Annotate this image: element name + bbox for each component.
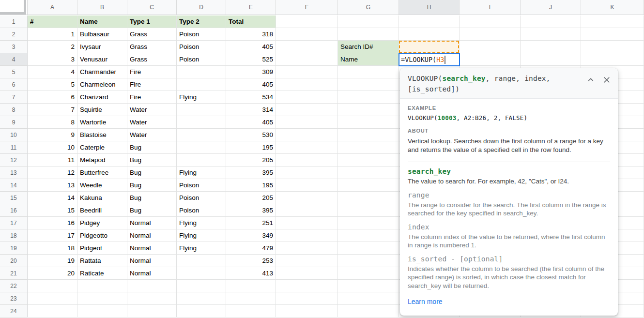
cell-C4[interactable]: Grass bbox=[127, 53, 177, 66]
cell-D13[interactable]: Flying bbox=[177, 167, 226, 179]
cell-B7[interactable]: Charizard bbox=[77, 91, 127, 104]
row-header-13[interactable]: 13 bbox=[0, 167, 28, 179]
row-header-19[interactable]: 19 bbox=[0, 242, 28, 255]
row-header-14[interactable]: 14 bbox=[0, 179, 28, 192]
row-header-10[interactable]: 10 bbox=[0, 129, 28, 141]
cell-F7[interactable] bbox=[276, 91, 338, 104]
cell-I4[interactable] bbox=[460, 53, 521, 66]
row-header-3[interactable]: 3 bbox=[0, 41, 28, 53]
cell-D15[interactable]: Poison bbox=[177, 192, 226, 204]
cell-K1[interactable] bbox=[581, 15, 644, 28]
cell-B8[interactable]: Squirtle bbox=[77, 104, 127, 116]
cell-F10[interactable] bbox=[276, 129, 338, 141]
cell-A8[interactable]: 7 bbox=[28, 104, 77, 116]
cell-A3[interactable]: 2 bbox=[28, 41, 77, 53]
cell-C22[interactable] bbox=[127, 280, 177, 292]
cell-A16[interactable]: 15 bbox=[28, 204, 77, 217]
cell-F13[interactable] bbox=[276, 167, 338, 179]
cell-B3[interactable]: Ivysaur bbox=[77, 41, 127, 53]
cell-G9[interactable] bbox=[338, 116, 399, 129]
cell-B12[interactable]: Metapod bbox=[77, 154, 127, 167]
cell-D8[interactable] bbox=[177, 104, 226, 116]
cell-C12[interactable]: Bug bbox=[127, 154, 177, 167]
cell-G16[interactable] bbox=[338, 204, 399, 217]
cell-F12[interactable] bbox=[276, 154, 338, 167]
cell-B11[interactable]: Caterpie bbox=[77, 141, 127, 154]
cell-G3[interactable]: Search ID# bbox=[338, 41, 399, 53]
cell-E6[interactable]: 405 bbox=[226, 78, 276, 91]
cell-E4[interactable]: 525 bbox=[226, 53, 276, 66]
cell-A2[interactable]: 1 bbox=[28, 28, 77, 41]
cell-C19[interactable]: Normal bbox=[127, 242, 177, 255]
cell-A17[interactable]: 16 bbox=[28, 217, 77, 229]
column-header-F[interactable]: F bbox=[276, 0, 338, 15]
cell-A9[interactable]: 8 bbox=[28, 116, 77, 129]
row-header-6[interactable]: 6 bbox=[0, 78, 28, 91]
cell-G19[interactable] bbox=[338, 242, 399, 255]
cell-G21[interactable] bbox=[338, 267, 399, 280]
cell-D22[interactable] bbox=[177, 280, 226, 292]
cell-B14[interactable]: Weedle bbox=[77, 179, 127, 192]
cell-E19[interactable]: 479 bbox=[226, 242, 276, 255]
cell-G18[interactable] bbox=[338, 229, 399, 242]
close-icon[interactable] bbox=[602, 76, 611, 84]
cell-G24[interactable] bbox=[338, 305, 399, 318]
cell-C20[interactable]: Normal bbox=[127, 255, 177, 267]
row-header-15[interactable]: 15 bbox=[0, 192, 28, 204]
cell-E22[interactable] bbox=[226, 280, 276, 292]
cell-B1[interactable]: Name bbox=[77, 15, 127, 28]
cell-C3[interactable]: Grass bbox=[127, 41, 177, 53]
cell-B21[interactable]: Raticate bbox=[77, 267, 127, 280]
column-header-K[interactable]: K bbox=[581, 0, 644, 15]
cell-D5[interactable] bbox=[177, 66, 226, 78]
cell-D16[interactable]: Poison bbox=[177, 204, 226, 217]
column-header-G[interactable]: G bbox=[338, 0, 399, 15]
cell-D7[interactable]: Flying bbox=[177, 91, 226, 104]
cell-K2[interactable] bbox=[581, 28, 644, 41]
cell-H2[interactable] bbox=[399, 28, 460, 41]
cell-F15[interactable] bbox=[276, 192, 338, 204]
cell-A24[interactable] bbox=[28, 305, 77, 318]
row-header-11[interactable]: 11 bbox=[0, 141, 28, 154]
cell-E16[interactable]: 395 bbox=[226, 204, 276, 217]
cell-D11[interactable] bbox=[177, 141, 226, 154]
cell-G22[interactable] bbox=[338, 280, 399, 292]
cell-F9[interactable] bbox=[276, 116, 338, 129]
cell-B10[interactable]: Blastoise bbox=[77, 129, 127, 141]
cell-E2[interactable]: 318 bbox=[226, 28, 276, 41]
select-all-corner[interactable] bbox=[0, 0, 28, 15]
cell-C6[interactable]: Fire bbox=[127, 78, 177, 91]
cell-B15[interactable]: Kakuna bbox=[77, 192, 127, 204]
cell-J1[interactable] bbox=[521, 15, 581, 28]
cell-D20[interactable] bbox=[177, 255, 226, 267]
cell-A5[interactable]: 4 bbox=[28, 66, 77, 78]
cell-G15[interactable] bbox=[338, 192, 399, 204]
cell-A10[interactable]: 9 bbox=[28, 129, 77, 141]
cell-B19[interactable]: Pidgeot bbox=[77, 242, 127, 255]
cell-E8[interactable]: 314 bbox=[226, 104, 276, 116]
cell-F22[interactable] bbox=[276, 280, 338, 292]
learn-more-link[interactable]: Learn more bbox=[408, 298, 443, 305]
cell-C2[interactable]: Grass bbox=[127, 28, 177, 41]
cell-A6[interactable]: 5 bbox=[28, 78, 77, 91]
cell-B4[interactable]: Venusaur bbox=[77, 53, 127, 66]
cell-C13[interactable]: Bug bbox=[127, 167, 177, 179]
cell-F14[interactable] bbox=[276, 179, 338, 192]
cell-K3[interactable] bbox=[581, 41, 644, 53]
cell-B17[interactable]: Pidgey bbox=[77, 217, 127, 229]
cell-D12[interactable] bbox=[177, 154, 226, 167]
cell-G13[interactable] bbox=[338, 167, 399, 179]
cell-G6[interactable] bbox=[338, 78, 399, 91]
cell-D17[interactable]: Flying bbox=[177, 217, 226, 229]
cell-E1[interactable]: Total bbox=[226, 15, 276, 28]
cell-G8[interactable] bbox=[338, 104, 399, 116]
cell-K4[interactable] bbox=[581, 53, 644, 66]
cell-F2[interactable] bbox=[276, 28, 338, 41]
cell-G17[interactable] bbox=[338, 217, 399, 229]
cell-F4[interactable] bbox=[276, 53, 338, 66]
cell-F18[interactable] bbox=[276, 229, 338, 242]
cell-D23[interactable] bbox=[177, 292, 226, 305]
column-header-E[interactable]: E bbox=[226, 0, 276, 15]
cell-G2[interactable] bbox=[338, 28, 399, 41]
cell-F24[interactable] bbox=[276, 305, 338, 318]
